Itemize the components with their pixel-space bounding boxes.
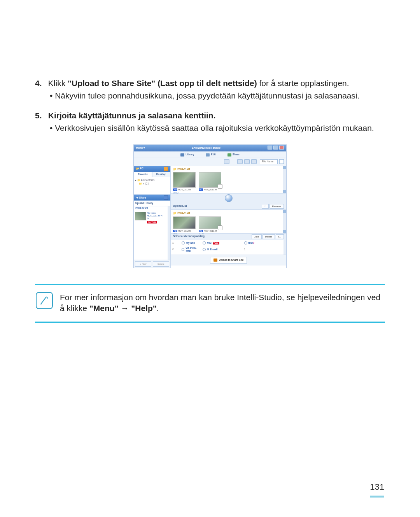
history-item[interactable]: File Name HDV_0007.MP4 ⏲ YouTube bbox=[134, 211, 170, 225]
step-bold: Kirjoita käyttäjätunnus ja salasana kent… bbox=[48, 111, 216, 120]
step-5-bullets: Verkkosivujen sisällön käytössä saattaa … bbox=[35, 123, 385, 134]
folder-tree[interactable]: ▸ 📁 All Contents 📁 ▸ (C:) bbox=[134, 177, 170, 195]
app-title: SAMSUNG Intelli-studio bbox=[192, 146, 220, 150]
note-box: For mer informasjon om hvordan man kan b… bbox=[35, 284, 385, 323]
upload-list: 2009-01-01 HDHDV_0012.M 00:01 HDHDV_0013… bbox=[171, 210, 286, 233]
note-text: For mer informasjon om hvordan man kan b… bbox=[60, 292, 385, 314]
thumbnail[interactable]: HDHDV_0013.M 10.79 bbox=[199, 216, 221, 236]
tool-icon[interactable] bbox=[237, 159, 243, 164]
gallery-panel: 2009-01-01 HDHDV_0012.M 00:02 HDHDV_0013… bbox=[171, 166, 286, 193]
maximize-icon[interactable] bbox=[273, 146, 278, 149]
remove-button[interactable]: Remove bbox=[270, 204, 284, 209]
instruction-steps: 4. Klikk "Upload to Share Site" (Last op… bbox=[35, 78, 385, 134]
step-5: 5. Kirjoita käyttäjätunnus ja salasana k… bbox=[35, 110, 385, 134]
upload-footer: Upload to Share Site bbox=[171, 255, 286, 266]
share-icon bbox=[228, 153, 231, 157]
thumbnail[interactable]: HDHDV_0013.M bbox=[199, 172, 221, 194]
step-number: 5. bbox=[35, 110, 46, 121]
new-button[interactable]: + New bbox=[135, 261, 151, 267]
close-icon[interactable] bbox=[279, 146, 284, 149]
edit-icon bbox=[206, 153, 210, 157]
sidebar-tab-favorite[interactable]: Favorite bbox=[134, 172, 152, 178]
site-options: 1 my Site YouTube flickr via the E-Mail … bbox=[171, 240, 286, 255]
delete-button[interactable]: Delete bbox=[153, 261, 169, 267]
thumbnail-image bbox=[199, 216, 221, 229]
window-buttons bbox=[267, 146, 284, 151]
scrollbar[interactable] bbox=[283, 166, 286, 193]
history-date[interactable]: 2009.02.20 bbox=[134, 206, 170, 211]
tab-share[interactable]: Share bbox=[228, 153, 240, 157]
scrollbar[interactable] bbox=[284, 240, 286, 255]
thumbnail[interactable]: HDHDV_0012.M 00:02 bbox=[173, 172, 196, 194]
collapse-icon[interactable] bbox=[164, 195, 168, 200]
share-round-button[interactable] bbox=[225, 194, 233, 202]
step-number: 4. bbox=[35, 78, 46, 89]
mode-tabs: Library Edit Share bbox=[134, 151, 286, 158]
sidebar-share-header[interactable]: ➜ Share bbox=[134, 195, 170, 200]
share-panel: Upload List □ Remove 2009-01-01 HDHDV_ bbox=[171, 193, 286, 266]
menu-dropdown[interactable]: Menu ▾ bbox=[136, 146, 145, 150]
thumbnail-icon bbox=[135, 212, 146, 220]
upload-list-header: Upload List □ Remove bbox=[171, 203, 286, 210]
app-screenshot: Menu ▾ SAMSUNG Intelli-studio Library Ed… bbox=[133, 144, 287, 268]
step-4-bullets: Näkyviin tulee ponnahdusikkuna, jossa py… bbox=[35, 90, 385, 101]
sidebar: 📂 PC Favorite Desktop ▸ 📁 All Contents 📁… bbox=[134, 166, 171, 268]
youtube-badge: YouTube bbox=[147, 221, 157, 223]
unknown-button[interactable]: □ bbox=[262, 204, 269, 209]
upload-to-share-site-button[interactable]: Upload to Share Site bbox=[210, 257, 247, 264]
bullet: Näkyviin tulee ponnahdusikkuna, jossa py… bbox=[50, 90, 385, 101]
filename-field[interactable]: File Name bbox=[260, 159, 278, 164]
tab-edit[interactable]: Edit bbox=[206, 153, 215, 157]
thumbnail-image bbox=[173, 216, 196, 229]
tool-icon[interactable] bbox=[251, 159, 257, 164]
library-icon bbox=[180, 153, 184, 157]
upload-history-panel: Upload History 2009.02.20 File Name HDV_… bbox=[134, 200, 170, 259]
titlebar: Menu ▾ SAMSUNG Intelli-studio bbox=[134, 145, 286, 151]
tool-icon[interactable] bbox=[224, 159, 229, 164]
scrollbar[interactable] bbox=[283, 210, 286, 233]
page-number: 131 bbox=[370, 482, 384, 492]
note-icon bbox=[36, 292, 53, 309]
folder-label: 2009-01-01 bbox=[173, 167, 284, 171]
toolbar: File Name bbox=[134, 158, 286, 166]
upload-icon bbox=[214, 258, 217, 262]
page-number-underline bbox=[370, 496, 384, 498]
sidebar-pc-header[interactable]: 📂 PC bbox=[134, 166, 170, 172]
site-radio-via-email[interactable]: via the E-Mail bbox=[177, 246, 200, 253]
thumbnail-image bbox=[199, 172, 221, 188]
site-radio-email[interactable]: ✉ E-mail bbox=[203, 248, 242, 251]
step-body: Klikk "Upload to Share Site" (Last opp t… bbox=[48, 79, 349, 88]
site-radio-youtube[interactable]: YouTube bbox=[203, 241, 242, 245]
thumbnail-image bbox=[173, 172, 196, 188]
chevron-down-icon[interactable] bbox=[279, 159, 284, 164]
sidebar-tab-desktop[interactable]: Desktop bbox=[152, 172, 170, 178]
site-radio-flickr[interactable]: flickr bbox=[244, 241, 284, 245]
share-panel-header bbox=[171, 193, 286, 203]
thumbnail[interactable]: HDHDV_0012.M 00:01 bbox=[173, 216, 196, 236]
tool-icon[interactable] bbox=[244, 159, 250, 164]
sidebar-footer: + New Delete bbox=[134, 260, 170, 268]
main-panel: 2009-01-01 HDHDV_0012.M 00:02 HDHDV_0013… bbox=[171, 166, 286, 268]
upload-history-title: Upload History bbox=[134, 201, 170, 206]
step-4: 4. Klikk "Upload to Share Site" (Last op… bbox=[35, 78, 385, 102]
collapse-icon[interactable] bbox=[164, 167, 168, 171]
minimize-icon[interactable] bbox=[268, 146, 272, 149]
folder-label: 2009-01-01 bbox=[173, 211, 284, 215]
step-bold: "Upload to Share Site" (Last opp til del… bbox=[68, 79, 257, 88]
site-radio-my-site[interactable]: my Site bbox=[177, 241, 200, 245]
scrollbar[interactable] bbox=[168, 206, 170, 259]
bullet: Verkkosivujen sisällön käytössä saattaa … bbox=[50, 123, 385, 134]
tab-library[interactable]: Library bbox=[180, 153, 194, 157]
